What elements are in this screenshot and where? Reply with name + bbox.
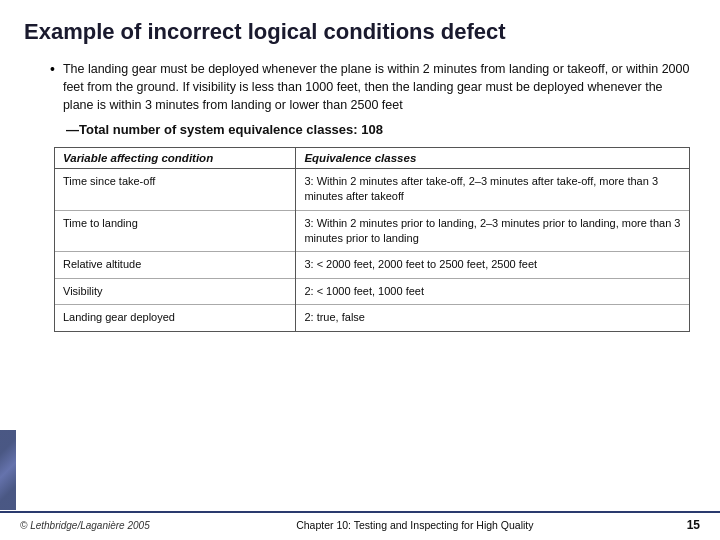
table-row: Landing gear deployed2: true, false bbox=[55, 305, 689, 331]
table-cell-classes: 3: Within 2 minutes prior to landing, 2–… bbox=[296, 210, 689, 252]
bullet-dot: • bbox=[50, 61, 55, 77]
footer-copyright: © Lethbridge/Laganière 2005 bbox=[20, 520, 150, 531]
col-header-variable: Variable affecting condition bbox=[55, 148, 296, 169]
total-line: —Total number of system equivalence clas… bbox=[66, 122, 690, 137]
table-cell-classes: 2: < 1000 feet, 1000 feet bbox=[296, 278, 689, 304]
equivalence-table: Variable affecting condition Equivalence… bbox=[55, 148, 689, 331]
bullet-text: The landing gear must be deployed whenev… bbox=[63, 60, 690, 114]
table-cell-classes: 3: Within 2 minutes after take-off, 2–3 … bbox=[296, 168, 689, 210]
slide-container: Example of incorrect logical conditions … bbox=[0, 0, 720, 540]
table-cell-variable: Time since take-off bbox=[55, 168, 296, 210]
table-header-row: Variable affecting condition Equivalence… bbox=[55, 148, 689, 169]
equivalence-table-wrapper: Variable affecting condition Equivalence… bbox=[54, 147, 690, 332]
table-cell-variable: Landing gear deployed bbox=[55, 305, 296, 331]
content-area: • The landing gear must be deployed when… bbox=[20, 60, 700, 332]
footer: © Lethbridge/Laganière 2005 Chapter 10: … bbox=[0, 511, 720, 532]
col-header-classes: Equivalence classes bbox=[296, 148, 689, 169]
table-row: Time to landing3: Within 2 minutes prior… bbox=[55, 210, 689, 252]
slide-title: Example of incorrect logical conditions … bbox=[20, 18, 700, 46]
left-decoration bbox=[0, 430, 16, 510]
table-cell-classes: 2: true, false bbox=[296, 305, 689, 331]
footer-chapter: Chapter 10: Testing and Inspecting for H… bbox=[160, 519, 670, 531]
table-row: Time since take-off3: Within 2 minutes a… bbox=[55, 168, 689, 210]
table-cell-variable: Visibility bbox=[55, 278, 296, 304]
footer-page: 15 bbox=[680, 518, 700, 532]
table-cell-variable: Time to landing bbox=[55, 210, 296, 252]
table-row: Visibility2: < 1000 feet, 1000 feet bbox=[55, 278, 689, 304]
table-row: Relative altitude3: < 2000 feet, 2000 fe… bbox=[55, 252, 689, 278]
bullet-item: • The landing gear must be deployed when… bbox=[50, 60, 690, 114]
table-cell-classes: 3: < 2000 feet, 2000 feet to 2500 feet, … bbox=[296, 252, 689, 278]
table-cell-variable: Relative altitude bbox=[55, 252, 296, 278]
